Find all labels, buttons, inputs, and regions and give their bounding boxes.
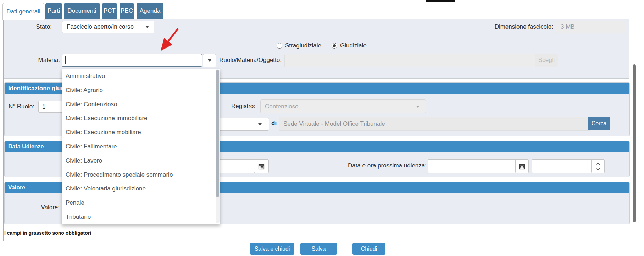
materia-option[interactable]: Civile: Esecuzione immobiliare [62,111,220,125]
salva-button[interactable]: Salva [300,243,337,255]
caret-down-icon [208,59,211,62]
stato-combobox[interactable]: Fascicolo aperto/in corso [62,21,154,33]
materia-option[interactable]: Civile: Lavoro [62,154,220,168]
materia-label: Materia: [22,57,60,64]
calendar-icon [258,163,265,170]
dropdown-scrollbar-track[interactable] [216,69,220,223]
di-label: di [271,120,278,127]
registro-label: Registro: [227,103,255,110]
chiudi-button[interactable]: Chiudi [352,243,385,255]
radio-giudiziale-label: Giudiziale [340,42,367,49]
dropdown-scrollbar-thumb[interactable] [216,70,219,197]
prossima-udienza-label: Data e ora prossima udienza: [338,162,427,169]
cerca-button[interactable]: Cerca [588,117,610,130]
stato-dropdown-button[interactable] [140,21,154,33]
tab-label: PEC [121,7,133,15]
tab-pec[interactable]: PEC [120,3,134,19]
mandatory-fields-note: I campi in grassetto sono obbligatori [4,230,91,236]
dimensione-label: Dimensione fascicolo: [489,23,553,30]
tab-label: Dati generali [6,8,40,15]
dimensione-input: 3 MB [556,21,626,33]
prossima-udienza-calendar-button[interactable] [515,159,529,173]
materia-option[interactable]: Civile: Procedimento speciale sommario [62,168,220,182]
salva-e-chiudi-button[interactable]: Salva e chiudi [250,243,294,255]
registro-dropdown-button [410,100,426,113]
sede-input: Sede Virtuale - Model Office Tribunale [279,117,591,131]
tab-label: PCT [104,7,116,15]
radio-stragiudiziale[interactable] [277,43,282,49]
ufficio-dropdown-button[interactable] [251,118,269,130]
scegli-button: Scegli [535,54,558,67]
materia-option[interactable]: Amministrativo [62,69,220,83]
page-scrollbar-thumb[interactable] [633,64,636,222]
fascicolo-form-page: Dati generali Parti Documenti PCT PEC Ag… [0,0,644,256]
materia-option[interactable]: Civile: Esecuzione mobiliare [62,125,220,140]
ruolo-materia-oggetto-label: Ruolo/Materia/Oggetto: [213,57,282,64]
tab-label: Documenti [67,7,96,15]
materia-option[interactable]: Tributario [62,210,220,224]
materia-option[interactable]: Civile: Agrario [62,83,220,97]
prossima-udienza-data-input[interactable] [428,159,519,173]
n-ruolo-label: N° Ruolo: [4,103,34,110]
tab-pct[interactable]: PCT [102,3,117,19]
tab-agenda[interactable]: Agenda [137,3,163,19]
chevron-up-icon[interactable] [595,162,600,166]
materia-option[interactable]: Civile: Fallimentare [62,140,220,154]
chevron-down-icon[interactable] [595,167,600,171]
caret-down-icon [258,123,262,125]
calendar-icon [519,163,525,170]
materia-option[interactable]: Penale [62,196,220,210]
tab-label: Agenda [140,7,161,15]
caret-down-icon [416,106,420,108]
prossima-udienza-ora-input[interactable] [532,159,594,173]
registro-combobox: Contenzioso [260,99,426,113]
ora-spinner[interactable] [591,159,605,173]
top-black-bar [426,0,455,2]
data-udienza-calendar-button[interactable] [254,159,269,173]
radio-selected-dot [333,44,336,47]
stato-value: Fascicolo aperto/in corso [62,21,140,33]
tab-documenti[interactable]: Documenti [64,3,100,19]
tab-parti[interactable]: Parti [45,3,62,19]
ruolo-materia-oggetto-input [284,54,535,67]
radio-giudiziale[interactable] [332,43,337,49]
caret-down-icon [145,26,149,28]
materia-option[interactable]: Civile: Contenzioso [62,97,220,112]
radio-stragiudiziale-label: Stragiudiziale [285,42,321,49]
valore-label: Valore: [31,204,60,211]
materia-option[interactable]: Civile: Volontaria giurisdizione [62,182,220,196]
tab-label: Parti [48,7,60,15]
text-cursor [65,56,66,64]
materia-input[interactable] [62,54,202,67]
stato-label: Stato: [14,23,52,30]
registro-value: Contenzioso [261,100,410,113]
tab-dati-generali[interactable]: Dati generali [2,3,44,20]
materia-dropdown-list: Amministrativo Civile: Agrario Civile: C… [62,69,220,224]
